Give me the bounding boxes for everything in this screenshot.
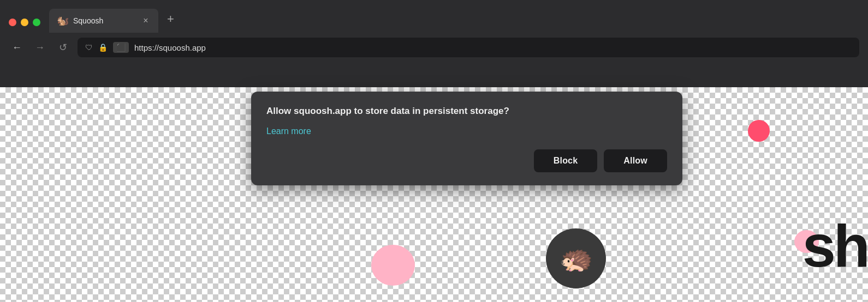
page-icon: ⬛ <box>113 42 129 53</box>
lock-icon: 🔒 <box>98 43 108 52</box>
squoosh-logo-icon: 🦔 <box>559 243 593 274</box>
squoosh-brand-text: sh <box>802 211 868 280</box>
tab-favicon: 🐿️ <box>57 15 69 27</box>
squoosh-logo: 🦔 <box>546 228 606 288</box>
address-bar[interactable]: 🛡 🔒 ⬛ https://squoosh.app <box>78 38 859 57</box>
url-text: https://squoosh.app <box>134 43 206 52</box>
popup-question-text: Allow squoosh.app to store data in persi… <box>266 105 667 118</box>
shield-icon: 🛡 <box>85 43 93 52</box>
browser-tab[interactable]: 🐿️ Squoosh × <box>49 9 158 33</box>
block-button[interactable]: Block <box>534 149 598 172</box>
permission-popup: Allow squoosh.app to store data in persi… <box>251 92 682 185</box>
forward-icon: → <box>35 42 45 53</box>
maximize-light[interactable] <box>33 19 40 26</box>
page-content: 🦔 sh Allow squoosh.app to store data in … <box>0 87 868 302</box>
reload-button[interactable]: ↺ <box>55 39 71 56</box>
reload-icon: ↺ <box>59 41 67 53</box>
allow-button[interactable]: Allow <box>604 149 667 172</box>
popup-actions: Block Allow <box>266 149 667 172</box>
browser-chrome: 🐿️ Squoosh × + ← → ↺ 🛡 🔒 ⬛ https://squoo… <box>0 0 868 87</box>
decorative-red-circle <box>748 120 770 142</box>
minimize-light[interactable] <box>21 19 28 26</box>
back-icon: ← <box>12 42 22 53</box>
learn-more-link[interactable]: Learn more <box>266 126 667 136</box>
decorative-pink-large-circle <box>371 245 415 286</box>
new-tab-button[interactable]: + <box>163 12 174 33</box>
back-button[interactable]: ← <box>9 39 25 56</box>
tab-close-button[interactable]: × <box>141 16 151 26</box>
traffic-lights <box>9 19 40 33</box>
tab-title: Squoosh <box>73 16 136 25</box>
close-light[interactable] <box>9 19 16 26</box>
navigation-bar: ← → ↺ 🛡 🔒 ⬛ https://squoosh.app <box>0 33 868 62</box>
forward-button[interactable]: → <box>32 39 48 56</box>
tab-bar: 🐿️ Squoosh × + <box>0 0 868 33</box>
